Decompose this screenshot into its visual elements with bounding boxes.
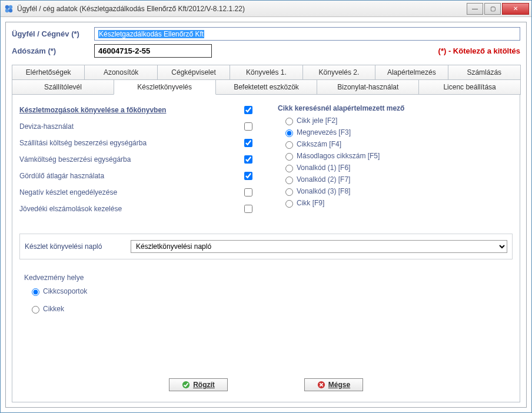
tab-konyveles1[interactable]: Könyvelés 1. [230,65,302,79]
check-row-6: Jövedéki elszámolások kezelése [19,203,254,215]
discount-radio-0[interactable] [32,288,39,296]
check-row-5: Negatív készlet engedélyezése [19,186,254,198]
maximize-button[interactable]: ▢ [484,3,501,15]
check-label: Negatív készlet engedélyezése [19,188,242,196]
search-group-title: Cikk keresésnél alapértelmezett mező [278,104,513,112]
app-icon [4,4,14,14]
search-radio-4[interactable] [285,165,293,172]
search-radio-row-4: Vonalkód (1) [F6] [282,163,513,172]
check-label: Szállítási költség beszerzési egységárba [19,139,242,147]
journal-label: Készlet könyvelési napló [25,242,131,251]
tax-label: Adószám (*) [12,46,94,55]
tab-befektetett[interactable]: Befektetett eszközök [215,79,318,95]
tab-azonositok[interactable]: Azonosítók [84,65,157,79]
check-input-6[interactable] [244,205,252,213]
search-radio-label: Cikk [F9] [297,199,324,207]
tab-content: Készletmozgások könyvelése a főkönyvbenD… [12,94,520,402]
check-label: Vámköltség beszerzési egységárba [19,155,242,164]
check-row-2: Szállítási költség beszerzési egységárba [19,137,254,149]
svg-point-2 [5,8,9,12]
tab-konyveles2[interactable]: Könyvelés 2. [302,65,375,79]
close-button[interactable]: ✕ [502,3,529,15]
discount-radio-label: Cikkek [43,305,64,313]
window-title: Ügyfél / cég adatok (Készletgazdálkodás … [17,5,467,13]
journal-select[interactable]: Készletkönyvelési napló [131,240,507,253]
search-radio-row-6: Vonalkód (3) [F8] [282,186,513,196]
search-radio-row-3: Másodlagos cikkszám [F5] [282,151,513,161]
check-input-5[interactable] [244,188,252,196]
tabs-row-2: Szállítólevél Készletkönyvelés Befektete… [12,79,520,95]
search-radio-1[interactable] [285,129,293,137]
form-frame: Ügyfél / Cégnév (*) Készletgazdálkodás E… [5,22,527,408]
search-radio-row-0: Cikk jele [F2] [282,116,513,125]
check-row-4: Gördülő átlagár használata [19,170,254,182]
search-radio-0[interactable] [285,118,293,125]
check-label: Deviza-használat [19,122,242,131]
tab-szallitolevel[interactable]: Szállítólevél [12,79,114,95]
check-label: Jövedéki elszámolások kezelése [19,205,242,213]
left-column: Készletmozgások könyvelése a főkönyvbenD… [19,104,254,219]
svg-point-4 [182,381,189,388]
check-label: Készletmozgások könyvelése a főkönyvben [19,106,242,114]
search-radio-row-2: Cikkszám [F4] [282,139,513,149]
check-row-3: Vámköltség beszerzési egységárba [19,154,254,165]
search-radio-label: Megnevezés [F3] [297,128,351,136]
client-area: Ügyfél / Cégnév (*) Készletgazdálkodás E… [1,17,531,412]
svg-point-0 [5,5,9,8]
tax-input[interactable] [94,44,212,58]
search-radio-label: Vonalkód (2) [F7] [297,175,350,184]
search-radio-label: Vonalkód (3) [F8] [297,187,350,195]
discount-fieldset: Kedvezmény helye CikkcsoportokCikkek [19,270,202,329]
discount-radio-row-0: Cikkcsoportok [29,287,197,296]
save-button[interactable]: Rögzít [169,378,228,391]
company-name-input[interactable]: Készletgazdálkodás Ellenőrző Kft [94,27,520,41]
search-radio-label: Cikkszám [F4] [297,140,341,148]
columns: Készletmozgások könyvelése a főkönyvbenD… [19,104,513,219]
tab-szamlazas[interactable]: Számlázás [448,65,521,79]
titlebar[interactable]: Ügyfél / cég adatok (Készletgazdálkodás … [1,1,531,17]
search-radio-row-7: Cikk [F9] [282,198,513,208]
window: Ügyfél / cég adatok (Készletgazdálkodás … [0,0,532,413]
ok-icon [182,381,190,389]
tax-row: Adószám (*) (*) - Kötelező a kitöltés [12,44,520,58]
cancel-icon [317,381,325,389]
check-input-1[interactable] [244,122,252,131]
svg-point-3 [9,8,12,12]
mandatory-note: (*) - Kötelező a kitöltés [438,46,520,55]
company-name-label: Ügyfél / Cégnév (*) [12,29,94,38]
minimize-button[interactable]: — [467,3,483,15]
search-radio-3[interactable] [285,153,293,161]
footer-buttons: Rögzít Mégse [19,375,513,392]
window-controls: — ▢ ✕ [467,3,529,15]
svg-point-1 [9,5,12,8]
tabs-row-1: Elérhetőségek Azonosítók Cégképviselet K… [12,65,520,79]
check-input-2[interactable] [244,139,252,147]
check-input-4[interactable] [244,172,252,180]
discount-title: Kedvezmény helye [24,274,197,282]
tab-cegkepviselet[interactable]: Cégképviselet [157,65,230,79]
tab-alapertelmezés[interactable]: Alapértelmezés [375,65,448,79]
check-row-1: Deviza-használat [19,121,254,132]
tab-elerhetosegek[interactable]: Elérhetőségek [12,65,85,79]
journal-row: Készlet könyvelési napló Készletkönyvelé… [19,234,513,259]
search-radio-label: Cikk jele [F2] [297,116,337,125]
search-radio-2[interactable] [285,141,293,149]
cancel-button[interactable]: Mégse [304,378,363,391]
search-radio-6[interactable] [285,188,293,196]
company-name-row: Ügyfél / Cégnév (*) Készletgazdálkodás E… [12,27,520,41]
search-radio-label: Másodlagos cikkszám [F5] [297,152,380,160]
check-input-0[interactable] [244,106,252,114]
check-input-3[interactable] [244,155,252,164]
right-column: Cikk keresésnél alapértelmezett mező Cik… [278,104,513,219]
discount-radio-row-1: Cikkek [29,304,197,314]
search-radio-5[interactable] [285,176,293,184]
check-label: Gördülő átlagár használata [19,172,242,180]
tab-licenc[interactable]: Licenc beállítása [418,79,521,95]
tab-bizonylat[interactable]: Bizonylat-használat [317,79,419,95]
discount-radio-1[interactable] [32,306,39,314]
search-radio-7[interactable] [285,200,293,208]
tab-keszletkonyveles[interactable]: Készletkönyvelés [114,79,216,95]
search-radio-label: Vonalkód (1) [F6] [297,164,350,172]
check-row-0: Készletmozgások könyvelése a főkönyvben [19,104,254,116]
search-radio-row-1: Megnevezés [F3] [282,128,513,137]
